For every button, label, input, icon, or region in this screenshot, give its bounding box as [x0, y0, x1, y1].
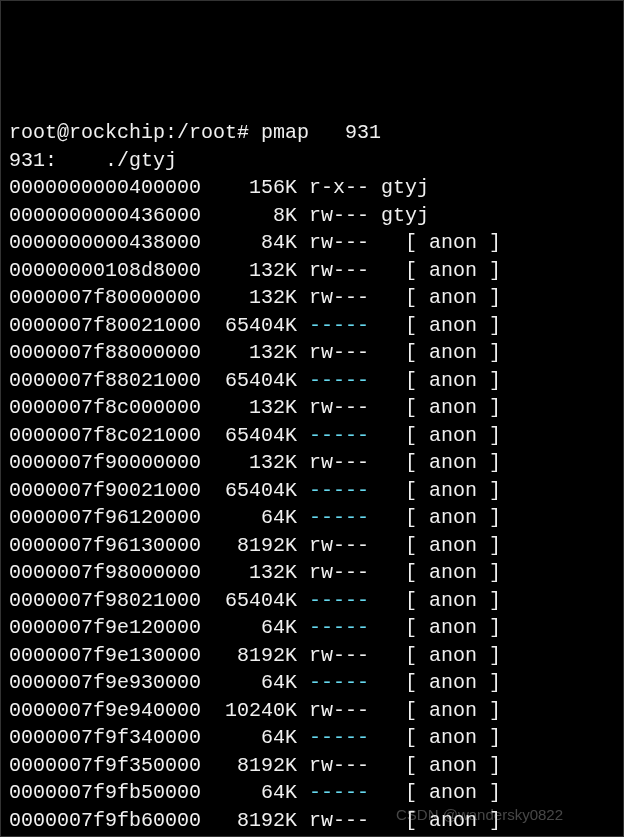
- permissions: r-x--: [309, 176, 369, 199]
- mapping: [ anon ]: [381, 589, 501, 612]
- address: 0000007f90000000: [9, 451, 201, 474]
- pmap-row: 0000007f9e120000 64K ----- [ anon ]: [9, 614, 615, 642]
- pmap-row: 0000007f8c021000 65404K ----- [ anon ]: [9, 422, 615, 450]
- permissions: rw---: [309, 451, 369, 474]
- pmap-output: 0000000000400000 156K r-x-- gtyj00000000…: [9, 174, 615, 837]
- size: 132K: [201, 341, 297, 364]
- size: 84K: [201, 231, 297, 254]
- mapping: [ anon ]: [381, 506, 501, 529]
- pmap-row: 0000007f88021000 65404K ----- [ anon ]: [9, 367, 615, 395]
- permissions: rw---: [309, 259, 369, 282]
- address: 0000000000400000: [9, 176, 201, 199]
- mapping: [ anon ]: [381, 396, 501, 419]
- address: 0000007f9e940000: [9, 699, 201, 722]
- address: 0000007f98000000: [9, 561, 201, 584]
- size: 132K: [201, 451, 297, 474]
- permissions: rw---: [309, 396, 369, 419]
- size: 65404K: [201, 314, 297, 337]
- address: 0000007f9f340000: [9, 726, 201, 749]
- permissions: rw---: [309, 699, 369, 722]
- size: 132K: [201, 396, 297, 419]
- permissions: -----: [309, 369, 369, 392]
- mapping: [ anon ]: [381, 259, 501, 282]
- mapping: gtyj: [381, 176, 429, 199]
- pmap-row: 0000007f9e930000 64K ----- [ anon ]: [9, 669, 615, 697]
- mapping: [ anon ]: [381, 754, 501, 777]
- address: 0000000000438000: [9, 231, 201, 254]
- command-line[interactable]: root@rockchip:/root# pmap 931: [9, 119, 615, 147]
- address: 0000007f96120000: [9, 506, 201, 529]
- pmap-row: 0000007f8c000000 132K rw--- [ anon ]: [9, 394, 615, 422]
- size: 8192K: [201, 534, 297, 557]
- mapping: [ anon ]: [381, 726, 501, 749]
- address: 0000007f88000000: [9, 341, 201, 364]
- pmap-row: 0000007f88000000 132K rw--- [ anon ]: [9, 339, 615, 367]
- size: 65404K: [201, 369, 297, 392]
- mapping: [ anon ]: [381, 616, 501, 639]
- pmap-row: 00000000108d8000 132K rw--- [ anon ]: [9, 257, 615, 285]
- mapping: [ anon ]: [381, 479, 501, 502]
- pmap-row: 0000007f96130000 8192K rw--- [ anon ]: [9, 532, 615, 560]
- size: 132K: [201, 561, 297, 584]
- permissions: -----: [309, 616, 369, 639]
- permissions: rw---: [309, 231, 369, 254]
- mapping: [ anon ]: [381, 341, 501, 364]
- permissions: -----: [309, 671, 369, 694]
- size: 8192K: [201, 644, 297, 667]
- permissions: rw---: [309, 644, 369, 667]
- watermark-text: CSDN @wandersky0822: [396, 801, 563, 829]
- permissions: -----: [309, 314, 369, 337]
- size: 8K: [201, 204, 297, 227]
- pmap-row: 0000000000438000 84K rw--- [ anon ]: [9, 229, 615, 257]
- mapping: [ anon ]: [381, 314, 501, 337]
- pmap-row: 0000007f96120000 64K ----- [ anon ]: [9, 504, 615, 532]
- permissions: -----: [309, 506, 369, 529]
- permissions: -----: [309, 479, 369, 502]
- mapping: [ anon ]: [381, 231, 501, 254]
- permissions: rw---: [309, 809, 369, 832]
- address: 0000007f90021000: [9, 479, 201, 502]
- size: 10240K: [201, 699, 297, 722]
- address: 0000007f88021000: [9, 369, 201, 392]
- permissions: rw---: [309, 561, 369, 584]
- address: 0000007f9fb60000: [9, 809, 201, 832]
- size: 64K: [201, 726, 297, 749]
- permissions: rw---: [309, 754, 369, 777]
- size: 64K: [201, 616, 297, 639]
- size: 64K: [201, 671, 297, 694]
- address: 0000007f9e120000: [9, 616, 201, 639]
- pmap-row: 0000007f90021000 65404K ----- [ anon ]: [9, 477, 615, 505]
- permissions: rw---: [309, 534, 369, 557]
- pmap-row: 0000007f9f340000 64K ----- [ anon ]: [9, 724, 615, 752]
- address: 0000007f80021000: [9, 314, 201, 337]
- permissions: -----: [309, 589, 369, 612]
- pmap-row: 0000007f98021000 65404K ----- [ anon ]: [9, 587, 615, 615]
- permissions: rw---: [309, 204, 369, 227]
- mapping: [ anon ]: [381, 561, 501, 584]
- mapping: [ anon ]: [381, 424, 501, 447]
- mapping: [ anon ]: [381, 644, 501, 667]
- pmap-row: 0000007f9e940000 10240K rw--- [ anon ]: [9, 697, 615, 725]
- mapping: [ anon ]: [381, 534, 501, 557]
- pmap-row: 0000007f80021000 65404K ----- [ anon ]: [9, 312, 615, 340]
- pmap-header: 931: ./gtyj: [9, 147, 615, 175]
- permissions: -----: [309, 424, 369, 447]
- address: 0000007f98021000: [9, 589, 201, 612]
- size: 8192K: [201, 754, 297, 777]
- permissions: rw---: [309, 341, 369, 364]
- mapping: gtyj: [381, 204, 429, 227]
- pmap-row: 0000007f90000000 132K rw--- [ anon ]: [9, 449, 615, 477]
- pmap-row: 0000007f9f350000 8192K rw--- [ anon ]: [9, 752, 615, 780]
- pmap-row: 0000000000400000 156K r-x-- gtyj: [9, 174, 615, 202]
- pmap-row: 0000007f80000000 132K rw--- [ anon ]: [9, 284, 615, 312]
- mapping: [ anon ]: [381, 699, 501, 722]
- mapping: [ anon ]: [381, 451, 501, 474]
- address: 0000007f96130000: [9, 534, 201, 557]
- size: 64K: [201, 781, 297, 804]
- permissions: rw---: [309, 286, 369, 309]
- permissions: -----: [309, 781, 369, 804]
- size: 65404K: [201, 589, 297, 612]
- size: 8192K: [201, 809, 297, 832]
- size: 156K: [201, 176, 297, 199]
- address: 0000007f9e130000: [9, 644, 201, 667]
